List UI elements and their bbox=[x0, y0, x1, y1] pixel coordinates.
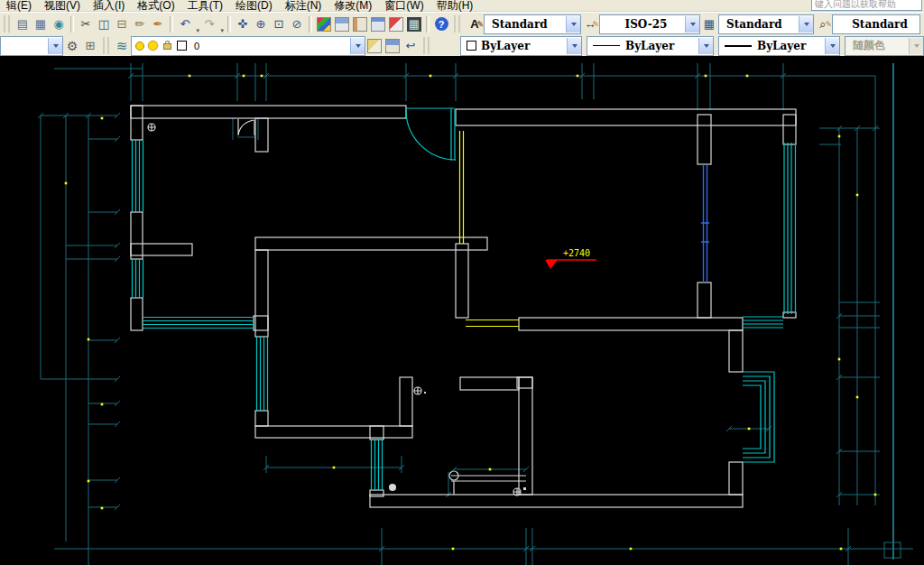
sheetset-manager-icon[interactable] bbox=[369, 15, 387, 33]
linetype-combo[interactable]: ByLayer bbox=[587, 36, 714, 56]
chevron-down-icon[interactable] bbox=[698, 38, 713, 54]
zoom-previous-icon[interactable]: ⊘ bbox=[288, 15, 306, 33]
cut-icon[interactable]: ✂ bbox=[77, 15, 95, 33]
pan-icon[interactable]: ✜ bbox=[234, 15, 252, 33]
elevation-marker: +2740 bbox=[545, 248, 596, 269]
chevron-down-icon[interactable] bbox=[825, 38, 839, 54]
text-style-combo[interactable]: Standard bbox=[484, 14, 581, 34]
dim-style-combo[interactable]: ISO-25 bbox=[599, 14, 700, 34]
layer-combo[interactable]: 0 bbox=[131, 36, 365, 56]
elevation-label: +2740 bbox=[563, 248, 590, 258]
text-style-value: Standard bbox=[485, 18, 566, 31]
layer-properties-icon[interactable]: ≋ bbox=[113, 37, 131, 55]
menu-item[interactable]: 插入(I) bbox=[87, 0, 131, 11]
toolbar-separator bbox=[70, 16, 74, 32]
table-style-combo[interactable]: Standard bbox=[718, 14, 814, 34]
linetype-sample bbox=[593, 45, 620, 46]
copy-icon[interactable]: ◫ bbox=[95, 15, 113, 33]
publish-icon[interactable]: ◉ bbox=[50, 15, 68, 33]
plot-style-value: 随颜色 bbox=[845, 38, 909, 53]
menu-item[interactable]: 工具(T) bbox=[181, 0, 229, 11]
survey-point-symbols bbox=[148, 124, 526, 496]
plot-icon[interactable]: ▦ bbox=[32, 15, 50, 33]
menu-item[interactable]: 帮助(H) bbox=[430, 0, 480, 11]
menu-item[interactable]: 窗口(W) bbox=[378, 0, 430, 11]
layer-previous-icon[interactable]: ↩ bbox=[402, 37, 420, 55]
match-properties-icon[interactable]: ✏ bbox=[131, 15, 149, 33]
menu-item[interactable]: 绘图(D) bbox=[229, 0, 279, 11]
menu-item[interactable]: 标注(N) bbox=[279, 0, 328, 11]
paste-icon[interactable]: ⊟ bbox=[113, 15, 131, 33]
chevron-down-icon[interactable] bbox=[350, 38, 365, 54]
table-style-value: Standard bbox=[719, 18, 799, 31]
workspace-save-icon[interactable]: ⊞ bbox=[81, 37, 99, 55]
toolbar-separator bbox=[426, 16, 430, 32]
multileader-style-value: Standard bbox=[833, 18, 919, 31]
layer-lock-icon[interactable] bbox=[163, 43, 171, 50]
menu-item[interactable]: 辑(E) bbox=[0, 0, 38, 11]
layer-on-icon[interactable] bbox=[135, 42, 144, 51]
tool-palettes-icon[interactable] bbox=[351, 15, 369, 33]
layer-name: 0 bbox=[187, 41, 350, 51]
toolbar-separator bbox=[170, 16, 173, 32]
make-object-layer-current-icon[interactable] bbox=[365, 37, 383, 55]
toolbar-standard: ▤▦◉✂◫⊟✏✒↶▾↷▾✜⊕⊡⊘▦? A Standard ↔ ISO-25 ▦… bbox=[0, 12, 924, 36]
toolbar-grip[interactable] bbox=[423, 37, 430, 54]
chevron-down-icon[interactable] bbox=[48, 38, 62, 54]
linetype-value: ByLayer bbox=[620, 40, 698, 52]
multileader-style-combo[interactable]: Standard bbox=[832, 14, 920, 34]
color-combo[interactable]: ByLayer bbox=[460, 36, 582, 56]
zoom-realtime-icon[interactable]: ⊕ bbox=[252, 15, 270, 33]
dim-style-value: ISO-25 bbox=[600, 18, 685, 31]
toolbar-separator bbox=[309, 16, 312, 32]
designcenter-icon[interactable] bbox=[333, 15, 351, 33]
toolbar-grip[interactable] bbox=[454, 15, 460, 32]
color-swatch bbox=[467, 41, 476, 51]
table-style-icon[interactable]: ▦ bbox=[700, 15, 718, 33]
help-icon[interactable]: ? bbox=[432, 15, 450, 33]
block-editor-icon[interactable]: ✒ bbox=[149, 15, 167, 33]
drawing-canvas[interactable]: +2740 昵图网 www.nipic.com ID:11580582 NO:2… bbox=[0, 56, 924, 565]
help-question-input[interactable]: 键入问题以获取帮助 bbox=[811, 0, 922, 11]
layer-freeze-icon[interactable] bbox=[148, 41, 158, 51]
chevron-down-icon[interactable] bbox=[799, 16, 813, 32]
toolbar-layers-properties: ⚙ ⊞ ≋ 0 ↩ ByLayer ByLayer ByLayer bbox=[0, 35, 924, 57]
menu-bar: 辑(E)视图(V)插入(I)格式(O)工具(T)绘图(D)标注(N)修改(M)窗… bbox=[0, 0, 924, 12]
text-style-icon[interactable]: A bbox=[466, 15, 484, 33]
lineweight-combo[interactable]: ByLayer bbox=[718, 36, 840, 56]
toolbar-separator bbox=[227, 16, 231, 32]
color-value: ByLayer bbox=[476, 40, 567, 52]
multileader-style-icon[interactable]: ⌕ bbox=[814, 15, 832, 33]
lineweight-value: ByLayer bbox=[752, 40, 825, 52]
toolbar-grip[interactable] bbox=[4, 15, 10, 32]
entry-door-arc bbox=[406, 108, 456, 161]
lineweight-sample bbox=[725, 45, 752, 47]
dimension-lines bbox=[41, 63, 913, 565]
layer-update-icon[interactable] bbox=[383, 37, 402, 55]
redo-icon[interactable]: ↷▾ bbox=[200, 15, 218, 33]
workspace-settings-icon[interactable]: ⚙ bbox=[63, 37, 81, 55]
zoom-window-icon[interactable]: ⊡ bbox=[270, 15, 288, 33]
workspace-combo[interactable] bbox=[0, 36, 63, 56]
menu-item[interactable]: 视图(V) bbox=[38, 0, 87, 11]
markup-manager-icon[interactable] bbox=[387, 15, 405, 33]
menu-items: 辑(E)视图(V)插入(I)格式(O)工具(T)绘图(D)标注(N)修改(M)窗… bbox=[0, 0, 479, 11]
menu-item[interactable]: 修改(M) bbox=[328, 0, 378, 11]
toolbar-grip[interactable] bbox=[103, 37, 109, 54]
undo-icon[interactable]: ↶▾ bbox=[176, 15, 194, 33]
dim-style-icon[interactable]: ↔ bbox=[581, 15, 599, 33]
standard-icons: ▤▦◉✂◫⊟✏✒↶▾↷▾✜⊕⊡⊘▦? bbox=[14, 15, 450, 33]
chevron-down-icon[interactable] bbox=[685, 16, 699, 32]
plot-style-combo: 随颜色 bbox=[845, 36, 924, 56]
menu-item[interactable]: 格式(O) bbox=[131, 0, 180, 11]
quickcalc-icon[interactable]: ▦ bbox=[407, 17, 421, 32]
properties-icon[interactable] bbox=[315, 15, 333, 33]
autocad-window: 辑(E)视图(V)插入(I)格式(O)工具(T)绘图(D)标注(N)修改(M)窗… bbox=[0, 0, 924, 565]
print-preview-icon[interactable]: ▤ bbox=[14, 15, 32, 33]
chevron-down-icon[interactable] bbox=[567, 38, 581, 54]
chevron-down-icon bbox=[909, 38, 923, 54]
dimension-dots bbox=[65, 75, 877, 551]
chevron-down-icon[interactable] bbox=[566, 16, 580, 32]
floor-plan-drawing: +2740 bbox=[0, 56, 924, 565]
window-blue bbox=[701, 164, 709, 282]
